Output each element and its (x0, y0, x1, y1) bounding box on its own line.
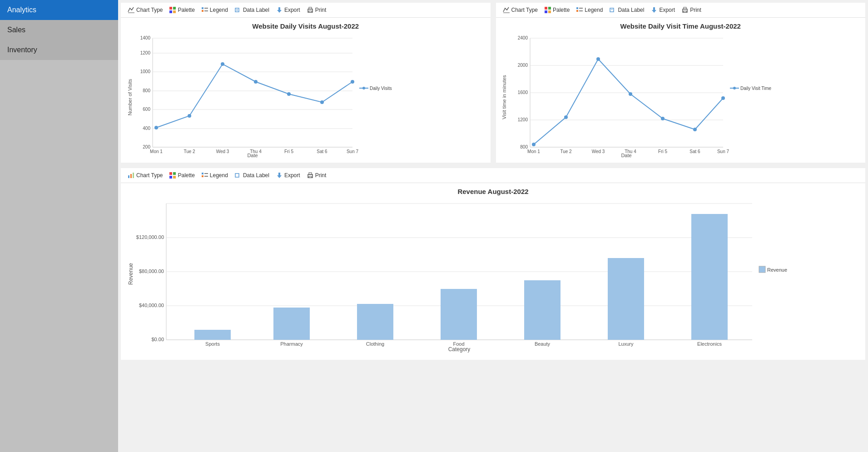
svg-text:Clothing: Clothing (366, 341, 384, 347)
sidebar-item-inventory[interactable]: Inventory (0, 40, 118, 60)
export-icon-2 (650, 6, 658, 14)
svg-rect-55 (576, 10, 578, 12)
svg-rect-100 (173, 176, 176, 179)
svg-rect-96 (133, 173, 134, 178)
svg-text:Sat 6: Sat 6 (689, 149, 700, 154)
toolbar-visits: Chart Type Palette Legend (121, 3, 491, 18)
svg-text:1200: 1200 (140, 50, 151, 55)
print-icon-3 (307, 172, 314, 179)
data-label-btn-2[interactable]: Data Label (607, 5, 646, 15)
legend-btn-2[interactable]: Legend (574, 5, 605, 15)
svg-point-47 (362, 87, 365, 89)
svg-rect-52 (545, 10, 547, 13)
svg-text:400: 400 (143, 126, 150, 131)
export-btn-2[interactable]: Export (648, 5, 677, 15)
svg-rect-95 (130, 174, 132, 178)
print-icon-2 (681, 6, 689, 14)
data-label-icon-1 (234, 6, 242, 14)
palette-btn-2[interactable]: Palette (542, 5, 572, 15)
svg-text:Tue 2: Tue 2 (560, 149, 572, 154)
svg-point-39 (154, 126, 158, 129)
chart-type-btn-3[interactable]: Chart Type (125, 171, 165, 180)
bar-beauty (524, 280, 560, 340)
chart-type-btn-1[interactable]: Chart Type (125, 5, 165, 15)
svg-text:Visit time in minutes: Visit time in minutes (501, 75, 507, 119)
svg-text:Wed 3: Wed 3 (216, 149, 229, 154)
legend-btn-1[interactable]: Legend (199, 5, 230, 15)
svg-text:200: 200 (143, 144, 150, 149)
svg-rect-14 (309, 11, 312, 12)
toolbar-revenue: Chart Type Palette Legend Data Label (121, 168, 865, 183)
bar-pharmacy (273, 308, 310, 340)
legend-btn-3[interactable]: Legend (199, 171, 230, 180)
svg-text:Sat 6: Sat 6 (317, 149, 327, 154)
chart-type-btn-2[interactable]: Chart Type (501, 5, 540, 15)
svg-text:Category: Category (448, 346, 471, 353)
svg-text:$40,000.00: $40,000.00 (139, 303, 164, 308)
svg-text:Beauty: Beauty (535, 341, 551, 347)
revenue-legend-label: Revenue (767, 267, 787, 273)
svg-rect-94 (128, 175, 129, 178)
print-btn-1[interactable]: Print (304, 5, 329, 15)
chart-type-icon-2 (503, 6, 510, 14)
svg-text:Food: Food (453, 341, 464, 347)
svg-rect-62 (684, 11, 686, 12)
svg-rect-3 (169, 10, 172, 13)
data-label-icon-2 (609, 6, 616, 14)
chart2-svg: Visit time in minutes 800 1200 1600 200 (501, 34, 750, 156)
svg-rect-9 (235, 8, 239, 12)
print-icon-1 (307, 6, 314, 14)
svg-point-89 (693, 128, 697, 131)
sidebar-item-analytics[interactable]: Analytics (0, 0, 118, 20)
svg-text:1200: 1200 (517, 117, 528, 122)
svg-text:Fri 5: Fri 5 (658, 149, 667, 154)
svg-rect-54 (576, 7, 578, 9)
svg-rect-102 (202, 175, 203, 177)
top-charts-row: Chart Type Palette Legend (118, 0, 868, 165)
svg-rect-105 (235, 174, 239, 177)
svg-text:Mon 1: Mon 1 (527, 149, 540, 154)
svg-text:Thu 4: Thu 4 (625, 149, 636, 154)
svg-point-88 (661, 117, 665, 120)
bar-sports (194, 330, 231, 340)
print-btn-2[interactable]: Print (679, 5, 704, 15)
print-btn-3[interactable]: Print (304, 171, 329, 180)
svg-rect-1 (169, 7, 172, 10)
sidebar-item-sales[interactable]: Sales (0, 20, 118, 40)
chart3-title: Revenue August-2022 (125, 188, 861, 195)
export-btn-1[interactable]: Export (273, 5, 303, 15)
svg-text:2400: 2400 (517, 35, 528, 40)
svg-text:800: 800 (520, 144, 528, 149)
svg-point-90 (721, 96, 725, 100)
data-label-btn-3[interactable]: Data Label (232, 171, 272, 180)
main-content: Chart Type Palette Legend (118, 0, 868, 452)
svg-text:$120,000.00: $120,000.00 (136, 234, 164, 240)
bar-food (441, 289, 477, 340)
svg-rect-53 (548, 10, 551, 13)
chart-type-icon-1 (128, 6, 135, 14)
legend-icon-3 (201, 172, 208, 179)
svg-point-42 (254, 80, 258, 84)
bar-clothing (357, 304, 393, 340)
svg-text:Daily Visits: Daily Visits (370, 86, 392, 91)
svg-rect-50 (545, 7, 547, 10)
svg-text:2000: 2000 (517, 63, 528, 68)
svg-text:Tue 2: Tue 2 (184, 149, 195, 154)
data-label-btn-1[interactable]: Data Label (232, 5, 272, 15)
svg-text:Electronics: Electronics (697, 341, 722, 347)
svg-text:800: 800 (143, 88, 150, 93)
svg-text:Sun 7: Sun 7 (347, 149, 359, 154)
palette-btn-3[interactable]: Palette (167, 171, 197, 180)
svg-text:Mon 1: Mon 1 (150, 149, 163, 154)
chart1-svg: Number of Visits 200 400 (125, 34, 371, 156)
legend-icon-1 (201, 6, 208, 14)
chart2-title: Website Daily Visit Time August-2022 (501, 22, 861, 30)
svg-text:1600: 1600 (517, 90, 528, 95)
svg-rect-4 (173, 10, 176, 13)
palette-btn-1[interactable]: Palette (167, 5, 197, 15)
svg-point-85 (564, 115, 568, 119)
export-btn-3[interactable]: Export (273, 171, 303, 180)
svg-rect-58 (610, 8, 614, 12)
svg-rect-99 (169, 176, 172, 179)
palette-icon-3 (169, 172, 176, 179)
